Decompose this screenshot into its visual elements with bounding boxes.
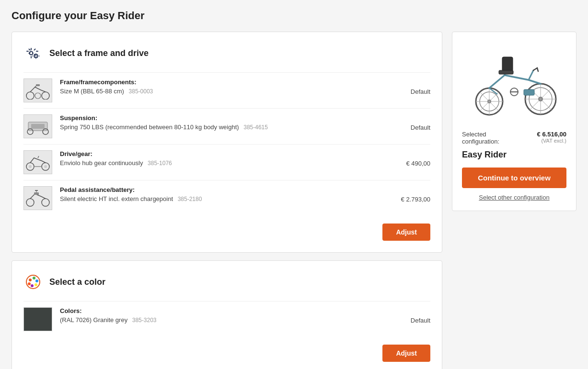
- frame-thumbnail: [23, 78, 52, 102]
- svg-rect-7: [31, 124, 45, 129]
- color-swatch: [23, 307, 52, 331]
- svg-point-22: [35, 283, 37, 286]
- svg-point-20: [33, 277, 35, 280]
- suspension-sku: 385-4615: [243, 124, 268, 131]
- frame-content: Frame/framecomponents: Size M (BBL 65-88…: [60, 78, 403, 95]
- svg-point-12: [29, 165, 32, 168]
- section-color-title: Select a color: [49, 277, 105, 287]
- color-content: Colors: (RAL 7026) Granite grey 385-3203: [60, 307, 403, 324]
- pedal-thumbnail: [23, 186, 52, 210]
- svg-rect-16: [34, 192, 39, 195]
- price-row: Selected configuration: € 6.516,00 (VAT …: [462, 131, 566, 145]
- palette-icon: [23, 272, 43, 291]
- selected-label: Selected: [462, 131, 499, 138]
- frame-price: Default: [411, 78, 430, 95]
- frame-label: Frame/framecomponents:: [60, 78, 403, 86]
- color-row: Colors: (RAL 7026) Granite grey 385-3203…: [23, 301, 430, 337]
- svg-point-21: [35, 280, 38, 282]
- bike-image: [462, 42, 566, 123]
- svg-rect-17: [35, 190, 38, 191]
- pedal-price: € 2.793,00: [401, 186, 430, 203]
- drive-label: Drive/gear:: [60, 150, 398, 157]
- svg-rect-43: [524, 89, 534, 95]
- svg-point-13: [44, 165, 47, 168]
- color-sku: 385-3203: [132, 317, 157, 324]
- frame-adjust-button[interactable]: Adjust: [382, 224, 430, 241]
- price-details: € 6.516,00 (VAT excl.): [537, 131, 566, 144]
- pedal-value: Silent electric HT incl. extern chargepo…: [60, 195, 393, 202]
- summary-card: Selected configuration: € 6.516,00 (VAT …: [452, 32, 576, 211]
- frame-adjust-row: Adjust: [23, 224, 430, 241]
- drive-sku: 385-1076: [148, 160, 172, 167]
- svg-point-24: [28, 282, 31, 285]
- suspension-row: Suspension: Spring 750 LBS (recommended …: [23, 108, 430, 144]
- continue-button[interactable]: Continue to overview: [462, 168, 566, 188]
- vat-label: (VAT excl.): [537, 138, 566, 144]
- suspension-thumbnail: [23, 114, 52, 138]
- selected-config-label: Selected configuration:: [462, 131, 499, 145]
- frame-value: Size M (BBL 65-88 cm) 385-0003: [60, 88, 403, 95]
- drive-content: Drive/gear: Enviolo hub gear continuousl…: [60, 150, 398, 167]
- suspension-content: Suspension: Spring 750 LBS (recommended …: [60, 114, 403, 131]
- pedal-content: Pedal assistance/battery: Silent electri…: [60, 186, 393, 202]
- price-amount: € 6.516,00: [537, 131, 566, 138]
- suspension-value: Spring 750 LBS (recommended between 80-1…: [60, 123, 403, 131]
- color-adjust-button[interactable]: Adjust: [382, 345, 430, 362]
- svg-point-23: [31, 284, 34, 287]
- section-frame-drive: Select a frame and drive: [12, 32, 442, 253]
- pedal-row: Pedal assistance/battery: Silent electri…: [23, 180, 430, 216]
- suspension-label: Suspension:: [60, 114, 403, 122]
- color-value: (RAL 7026) Granite grey 385-3203: [60, 316, 403, 324]
- section-color: Select a color Colors: (RAL 7026) Granit…: [12, 260, 442, 369]
- color-adjust-row: Adjust: [23, 345, 430, 362]
- suspension-price: Default: [411, 114, 430, 131]
- pedal-label: Pedal assistance/battery:: [60, 186, 393, 193]
- svg-point-4: [35, 93, 41, 99]
- svg-point-3: [42, 92, 49, 100]
- section-frame-header: Select a frame and drive: [23, 44, 430, 63]
- frame-sku: 385-0003: [129, 88, 153, 95]
- drive-price: € 490,00: [406, 150, 430, 167]
- drive-value: Enviolo hub gear continuously 385-1076: [60, 159, 398, 167]
- svg-rect-5: [36, 84, 40, 86]
- drive-row: Drive/gear: Enviolo hub gear continuousl…: [23, 144, 430, 180]
- svg-point-14: [26, 199, 34, 206]
- product-name: Easy Rider: [462, 150, 566, 160]
- section-color-header: Select a color: [23, 272, 430, 291]
- svg-point-2: [26, 92, 34, 100]
- frame-row: Frame/framecomponents: Size M (BBL 65-88…: [23, 72, 430, 108]
- drive-thumbnail: [23, 150, 52, 174]
- left-column: Select a frame and drive: [12, 32, 442, 369]
- color-price: Default: [411, 307, 430, 324]
- section-frame-title: Select a frame and drive: [49, 48, 149, 58]
- right-sidebar: Selected configuration: € 6.516,00 (VAT …: [452, 32, 576, 211]
- other-config-button[interactable]: Select other configuration: [462, 194, 566, 201]
- pedal-sku: 385-2180: [178, 196, 202, 202]
- svg-point-19: [29, 279, 32, 281]
- svg-rect-40: [499, 70, 513, 74]
- color-label: Colors:: [60, 307, 403, 314]
- page-title: Configure your Easy Rider: [12, 10, 576, 22]
- gear-icon: [23, 44, 43, 63]
- configuration-label: configuration:: [462, 138, 499, 145]
- svg-point-15: [42, 199, 49, 206]
- svg-rect-39: [502, 57, 513, 71]
